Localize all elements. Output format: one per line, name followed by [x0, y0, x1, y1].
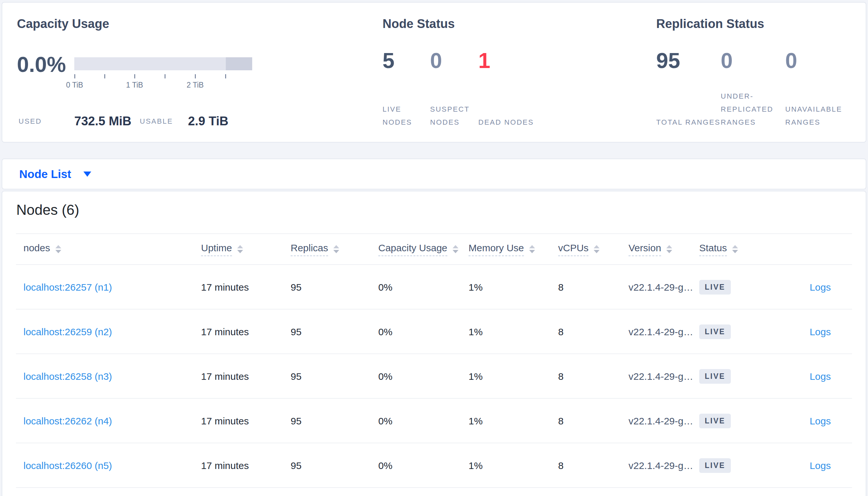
sort-icon[interactable] [529, 245, 535, 253]
replicas-cell: 95 [290, 371, 378, 382]
sort-desc-icon [452, 250, 459, 253]
stat-label: UNDER-REPLICATED RANGES [721, 90, 785, 129]
replicas-cell: 95 [290, 282, 378, 293]
usable-value: 2.9 TiB [188, 114, 228, 128]
sort-desc-icon [55, 250, 61, 253]
sort-icon[interactable] [333, 245, 339, 253]
vcpus-cell: 8 [558, 282, 629, 293]
uptime-cell: 17 minutes [201, 416, 290, 427]
nodes-heading: Nodes (6) [16, 202, 79, 218]
node-list-dropdown[interactable]: Node List [19, 168, 71, 181]
axis-label: 2 TiB [187, 81, 204, 90]
version-cell: v22.1.4-29-g… [629, 326, 699, 338]
column-header[interactable]: Status [699, 243, 773, 256]
cluster-summary-card: Capacity Usage 0.0% 0 TiB 1 TiB 2 TiB US… [2, 2, 866, 142]
logs-link[interactable]: Logs [810, 371, 831, 382]
sort-asc-icon [594, 245, 599, 248]
capacity-usage-cell: 0% [378, 326, 468, 338]
column-header[interactable]: vCPUs [558, 243, 629, 256]
capacity-usage-cell: 0% [378, 371, 468, 382]
capacity-bar-ticks [74, 74, 252, 79]
sort-asc-icon [55, 245, 61, 248]
memory-use-cell: 1% [468, 416, 558, 427]
replication-status-title: Replication Status [656, 17, 764, 31]
table-header-row: nodes Uptime Replicas Capacity U [2, 233, 866, 265]
node-address-link[interactable]: localhost:26257 (n1) [24, 282, 112, 293]
sort-icon[interactable] [594, 245, 599, 253]
sort-desc-icon [594, 250, 599, 253]
uptime-cell: 17 minutes [201, 460, 290, 471]
tick-mark [74, 74, 75, 78]
column-header[interactable]: nodes [24, 243, 201, 256]
sort-desc-icon [333, 250, 339, 253]
table-row: localhost:26259 (n2) 17 minutes 95 0% 1%… [2, 310, 866, 354]
chevron-down-icon[interactable] [84, 171, 91, 177]
node-address-link[interactable]: localhost:26259 (n2) [24, 326, 112, 337]
sort-asc-icon [666, 245, 672, 248]
view-selector-bar: Node List [2, 158, 866, 189]
node-status-labels: LIVE NODES SUSPECT NODES DEAD NODES [383, 103, 536, 129]
status-badge: LIVE [699, 325, 731, 339]
node-address-link[interactable]: localhost:26260 (n5) [24, 460, 112, 471]
sort-icon[interactable] [237, 245, 243, 253]
uptime-cell: 17 minutes [201, 326, 290, 338]
stat-label: LIVE NODES [383, 103, 430, 129]
status-badge: LIVE [699, 414, 731, 428]
tick-mark [165, 74, 165, 78]
stat-value: 0 [430, 48, 478, 73]
vcpus-cell: 8 [558, 326, 629, 338]
stat-value: 95 [656, 48, 721, 73]
sort-desc-icon [732, 250, 738, 253]
sort-asc-icon [452, 245, 459, 248]
capacity-usage-cell: 0% [378, 416, 468, 427]
vcpus-cell: 8 [558, 460, 629, 471]
stat-label: TOTAL RANGES [656, 116, 721, 129]
nodes-table-panel: Nodes (6) nodes Uptime Replicas [2, 191, 866, 496]
node-address-link[interactable]: localhost:26262 (n4) [24, 416, 112, 427]
sort-icon[interactable] [732, 245, 738, 253]
node-status-values: 5 0 1 [383, 48, 536, 73]
stat-value: 1 [478, 48, 536, 73]
logs-link[interactable]: Logs [810, 326, 831, 337]
sort-asc-icon [237, 245, 243, 248]
table-row: localhost:26262 (n4) 17 minutes 95 0% 1%… [2, 399, 866, 443]
stat-value: 5 [383, 48, 430, 73]
version-cell: v22.1.4-29-g… [629, 416, 699, 427]
sort-desc-icon [529, 250, 535, 253]
memory-use-cell: 1% [468, 460, 558, 471]
sort-icon[interactable] [452, 245, 459, 253]
tick-mark [195, 74, 196, 78]
node-address-link[interactable]: localhost:26258 (n3) [24, 371, 112, 382]
sort-asc-icon [529, 245, 535, 248]
column-header[interactable]: Version [629, 243, 699, 256]
logs-link[interactable]: Logs [810, 460, 831, 471]
table-row: localhost:26260 (n5) 17 minutes 95 0% 1%… [2, 443, 866, 488]
uptime-cell: 17 minutes [201, 282, 290, 293]
version-cell: v22.1.4-29-g… [629, 282, 699, 293]
replicas-cell: 95 [290, 460, 378, 471]
column-header[interactable]: Replicas [290, 243, 378, 256]
stat-label: DEAD NODES [478, 116, 536, 129]
sort-desc-icon [237, 250, 243, 253]
status-badge: LIVE [699, 280, 731, 295]
replication-status-labels: TOTAL RANGES UNDER-REPLICATED RANGES UNA… [656, 90, 867, 129]
used-value: 732.5 MiB [74, 114, 131, 128]
used-label: USED [18, 117, 42, 126]
logs-link[interactable]: Logs [810, 416, 831, 427]
sort-asc-icon [732, 245, 738, 248]
stat-value: 0 [785, 48, 867, 73]
sort-icon[interactable] [666, 245, 672, 253]
usable-label: USABLE [140, 117, 173, 126]
column-header[interactable]: Capacity Usage [378, 243, 468, 256]
version-cell: v22.1.4-29-g… [629, 460, 699, 471]
column-header[interactable]: Memory Use [468, 243, 558, 256]
stat-value: 0 [721, 48, 785, 73]
table-row: localhost:26257 (n1) 17 minutes 95 0% 1%… [2, 265, 866, 310]
capacity-usage-title: Capacity Usage [17, 17, 109, 31]
logs-link[interactable]: Logs [810, 282, 831, 293]
tick-mark [134, 74, 135, 78]
sort-icon[interactable] [55, 245, 61, 253]
table-body: localhost:26257 (n1) 17 minutes 95 0% 1%… [2, 265, 866, 488]
column-header[interactable]: Uptime [201, 243, 290, 256]
nodes-table: nodes Uptime Replicas Capacity U [2, 233, 866, 488]
